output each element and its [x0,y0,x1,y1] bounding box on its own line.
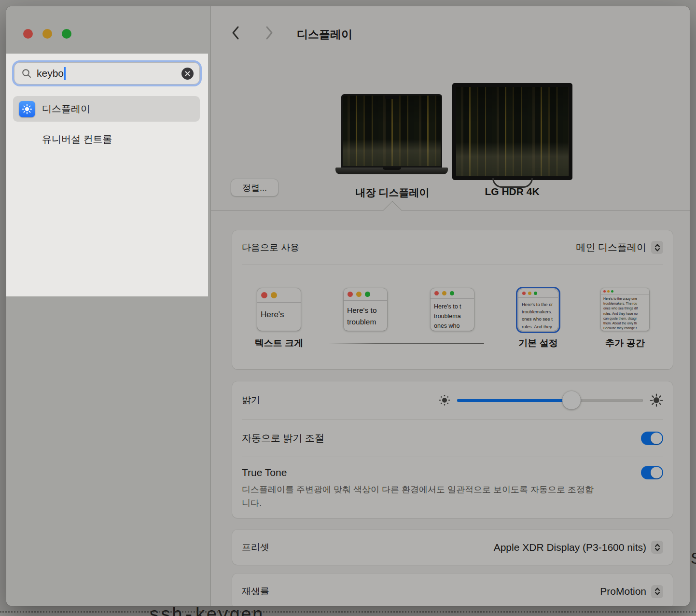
display-name-builtin: 내장 디스플레이 [356,186,430,199]
screen: { "desktop": { "background_text": "ssh-k… [0,0,696,616]
mini-yellow-dot [356,292,362,297]
mini-red-dot [434,291,439,295]
mini-red-dot [522,292,526,295]
brightness-slider[interactable] [457,399,643,402]
preset-row: 프리셋 Apple XDR Display (P3-1600 nits) [232,530,673,565]
brightness-card: 밝기 [232,381,673,518]
use-as-label: 다음으로 사용 [242,241,299,254]
use-as-value: 메인 디스플레이 [576,241,646,254]
mini-yellow-dot [528,292,531,295]
use-as-row: 다음으로 사용 메인 디스플레이 [232,230,673,265]
refresh-rate-value: ProMotion [600,586,646,597]
preset-popup-button[interactable] [651,541,663,554]
window-controls [23,29,71,39]
search-icon [21,68,32,79]
page-title: 디스플레이 [297,27,352,42]
auto-brightness-row: 자동으로 밝기 조절 [232,420,673,457]
refresh-rate-card: 재생률 ProMotion [232,574,673,606]
mini-red-dot [261,292,267,298]
pointer-fill [383,201,402,221]
arrange-button[interactable]: 정렬... [231,179,278,196]
mini-green-dot [450,291,454,295]
true-tone-description: 디스플레이를 주변광에 맞춰 색상이 다른 환경에서도 일관적으로 보이도록 자… [242,483,601,510]
mini-red-dot [348,292,353,297]
scaling-option-label: 기본 설정 [518,337,557,350]
search-result-label: 디스플레이 [42,102,90,115]
main-panel: 디스플레이 내장 디스플레이 LG HDR 4K 정렬... 다음으로 사용 메… [211,6,690,606]
zoom-window-button[interactable] [62,29,71,39]
display-thumbnail-builtin[interactable] [341,94,442,168]
brightness-low-icon [439,394,450,406]
scaling-option-label: 텍스트 크게 [255,337,303,350]
scaling-options: Here's 텍스트 크게 Here's to [232,265,673,369]
close-window-button[interactable] [23,29,33,39]
text-cursor [64,67,66,80]
mini-green-dot [534,292,537,295]
background-dotted-line [0,611,696,613]
scaling-option-label: 추가 공간 [605,337,644,350]
laptop-notch [385,96,399,99]
sidebar: keybo 디스플레이 유니버설 컨트롤 [6,6,211,606]
toggle-knob [651,467,662,478]
auto-brightness-label: 자동으로 밝기 조절 [242,432,324,445]
brightness-row: 밝기 [232,381,673,419]
display-thumbnail-lg-hdr-4k[interactable] [452,83,572,180]
brightness-slider-fill [457,399,571,402]
minimize-window-button[interactable] [42,29,52,39]
mini-green-dot [611,290,613,293]
search-result-label: 유니버설 컨트롤 [42,133,112,146]
brightness-slider-thumb[interactable] [562,391,581,409]
use-as-popup-button[interactable] [651,241,663,254]
search-result-universal-control[interactable]: 유니버설 컨트롤 [13,126,200,152]
preset-card: 프리셋 Apple XDR Display (P3-1600 nits) [232,530,673,565]
mini-red-dot [603,290,606,293]
options-connector-line [328,343,484,344]
brightness-high-icon [650,393,663,407]
search-result-displays[interactable]: 디스플레이 [13,96,200,122]
refresh-rate-popup-button[interactable] [651,585,663,598]
forward-button[interactable] [265,26,274,40]
brightness-icon [19,101,35,117]
true-tone-row: True Tone 디스플레이를 주변광에 맞춰 색상이 다른 환경에서도 일관… [232,457,673,510]
toggle-knob [651,433,662,444]
mini-yellow-dot [442,291,446,295]
panel-divider [211,210,690,211]
laptop-screen [341,94,442,168]
back-button[interactable] [231,26,240,40]
preset-value: Apple XDR Display (P3-1600 nits) [494,542,646,553]
system-settings-window: keybo 디스플레이 유니버설 컨트롤 [6,6,690,606]
preset-label: 프리셋 [242,541,269,554]
refresh-rate-label: 재생률 [242,585,269,598]
search-value: keybo [37,68,64,79]
mini-green-dot [365,292,370,297]
clear-search-button[interactable] [181,68,194,80]
monitor-screen [452,83,572,180]
laptop-base [335,168,448,174]
background-terminal-text: ssh-keygen [149,605,264,616]
refresh-rate-row: 재생률 ProMotion [232,574,673,606]
true-tone-toggle[interactable] [641,466,663,479]
mini-yellow-dot [271,292,277,298]
brightness-label: 밝기 [242,394,260,406]
resolution-card: 다음으로 사용 메인 디스플레이 Here's [232,230,673,369]
true-tone-label: True Tone [242,467,287,478]
display-name-external: LG HDR 4K [485,186,539,197]
mini-yellow-dot [607,290,610,293]
search-input[interactable]: keybo [14,62,200,84]
background-letter: S [691,549,696,568]
auto-brightness-toggle[interactable] [641,432,663,445]
